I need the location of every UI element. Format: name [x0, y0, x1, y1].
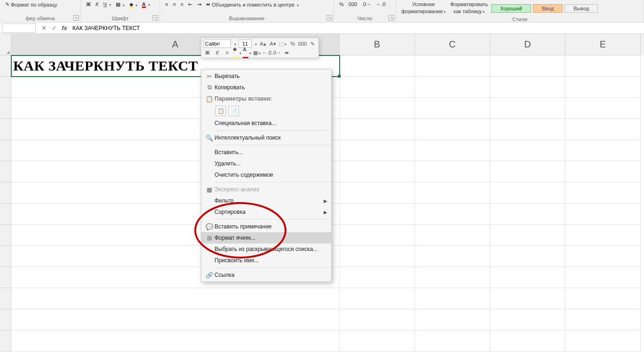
cell-D10[interactable] [490, 246, 565, 267]
mini-increase-decimal-icon[interactable]: .0→ [273, 49, 280, 56]
row-header-14[interactable] [0, 330, 11, 352]
increase-font-icon[interactable]: A▴ [259, 40, 267, 47]
cell-E7[interactable] [565, 182, 641, 204]
cell-E9[interactable] [565, 225, 641, 246]
cell-C10[interactable] [415, 246, 490, 267]
decrease-font-icon[interactable]: A▾ [269, 40, 277, 47]
cell-E8[interactable] [565, 204, 641, 225]
cell-B9[interactable] [340, 225, 415, 246]
decrease-indent-button[interactable]: ⇤ [187, 1, 194, 8]
cm-copy[interactable]: ⧉Копировать [201, 82, 331, 93]
column-header-B[interactable]: B [340, 34, 415, 55]
cell-D3[interactable] [490, 98, 565, 119]
align-middle-button[interactable]: ≡ [171, 1, 177, 8]
cell-B4[interactable] [340, 119, 415, 140]
row-header-8[interactable] [0, 204, 11, 225]
cell-E2[interactable] [565, 77, 641, 98]
cancel-formula-button[interactable]: ✕ [39, 24, 49, 31]
row-header-6[interactable] [0, 161, 11, 182]
cell-D9[interactable] [490, 225, 565, 246]
cell-D7[interactable] [490, 182, 565, 204]
row-header-11[interactable] [0, 267, 11, 288]
mini-decrease-decimal-icon[interactable]: ←.0 [263, 49, 270, 56]
percent-icon[interactable]: % [289, 40, 296, 47]
cm-cut[interactable]: ✂Вырезать [201, 71, 331, 82]
mini-fill-icon[interactable]: ◆ [233, 49, 241, 56]
cm-insert[interactable]: Вставить... [201, 147, 331, 158]
cell-style-input[interactable]: Ввод [533, 4, 563, 13]
align-top-button[interactable]: ≡ [164, 1, 169, 8]
cell-B6[interactable] [340, 161, 415, 182]
cell-D13[interactable] [490, 309, 565, 330]
cell-E12[interactable] [565, 288, 641, 309]
font-color-button[interactable]: А [141, 1, 151, 8]
italic-button[interactable]: К [94, 1, 100, 8]
borders-button[interactable]: ▦ [114, 1, 126, 8]
cell-B13[interactable] [340, 309, 415, 330]
cell-B12[interactable] [340, 288, 415, 309]
cell-A12[interactable] [11, 288, 340, 309]
cell-A14[interactable] [11, 330, 340, 352]
mini-bold-icon[interactable]: Ж [204, 49, 211, 56]
cell-C9[interactable] [415, 225, 490, 246]
name-box[interactable] [2, 24, 36, 33]
row-header-9[interactable] [0, 225, 11, 246]
select-all-corner[interactable] [0, 34, 11, 55]
cell-E5[interactable] [565, 140, 641, 161]
cell-C4[interactable] [415, 119, 490, 140]
row-header-2[interactable] [0, 77, 11, 98]
row-header-5[interactable] [0, 140, 11, 161]
cell-E13[interactable] [565, 309, 641, 330]
cell-D4[interactable] [490, 119, 565, 140]
cell-style-good[interactable]: Хороший [491, 4, 531, 13]
column-header-E[interactable]: E [565, 34, 641, 55]
paste-option-values[interactable]: 📄 [229, 106, 239, 116]
mini-font-color-icon[interactable]: А [243, 49, 251, 56]
number-dialog-launcher[interactable]: ↘ [389, 15, 394, 21]
cell-D6[interactable] [490, 161, 565, 182]
mini-size-dropdown[interactable] [254, 41, 257, 47]
cell-B11[interactable] [340, 267, 415, 288]
fill-color-button[interactable]: ◆ [128, 1, 139, 8]
format-as-table-button[interactable]: Форматировать как таблицу [449, 1, 489, 16]
cell-B8[interactable] [340, 204, 415, 225]
accounting-format-icon[interactable]: ⬚ [279, 40, 286, 47]
cell-A13[interactable] [11, 309, 340, 330]
cm-delete[interactable]: Удалить... [201, 158, 331, 169]
align-bottom-button[interactable]: ≡ [179, 1, 185, 8]
cell-E4[interactable] [565, 119, 641, 140]
cell-D11[interactable] [490, 267, 565, 288]
cell-E3[interactable] [565, 98, 641, 119]
cell-E10[interactable] [565, 246, 641, 267]
format-painter-button[interactable]: ✎ Формат по образцу [4, 1, 59, 8]
cell-E6[interactable] [565, 161, 641, 182]
paste-option-default[interactable]: 📋 [215, 106, 226, 116]
comma-style-button[interactable]: 000 [347, 1, 358, 8]
column-header-D[interactable]: D [490, 34, 565, 55]
insert-function-button[interactable]: fx [59, 24, 70, 31]
percent-style-button[interactable]: % [338, 1, 345, 8]
font-dialog-launcher[interactable]: ↘ [152, 15, 158, 21]
clipboard-dialog-launcher[interactable]: ↘ [73, 15, 79, 21]
cm-pick-from-list[interactable]: Выбрать из раскрывающегося списка... [201, 243, 331, 255]
mini-borders-icon[interactable]: ▦ [253, 49, 261, 56]
cell-B7[interactable] [340, 182, 415, 204]
cm-clear-contents[interactable]: Очистить содержимое [201, 169, 331, 180]
cell-E1[interactable] [565, 55, 641, 77]
cell-C8[interactable] [415, 204, 490, 225]
mini-font-select[interactable] [204, 39, 231, 48]
column-header-C[interactable]: C [415, 34, 490, 55]
increase-decimal-button[interactable]: .0→ [360, 1, 373, 8]
cell-C14[interactable] [415, 330, 490, 352]
mini-align-icon[interactable]: ≡ [223, 49, 231, 56]
mini-italic-icon[interactable]: К [214, 49, 221, 56]
cm-filter[interactable]: Фильтр▶ [201, 195, 331, 206]
cell-C11[interactable] [415, 267, 490, 288]
cell-D5[interactable] [490, 140, 565, 161]
cm-paste-special[interactable]: Специальная вставка... [201, 118, 331, 129]
cell-D8[interactable] [490, 204, 565, 225]
cell-B5[interactable] [340, 140, 415, 161]
cell-C7[interactable] [415, 182, 490, 204]
thousands-icon[interactable]: 000 [299, 40, 306, 47]
format-painter-icon[interactable]: ✎ [309, 40, 316, 47]
